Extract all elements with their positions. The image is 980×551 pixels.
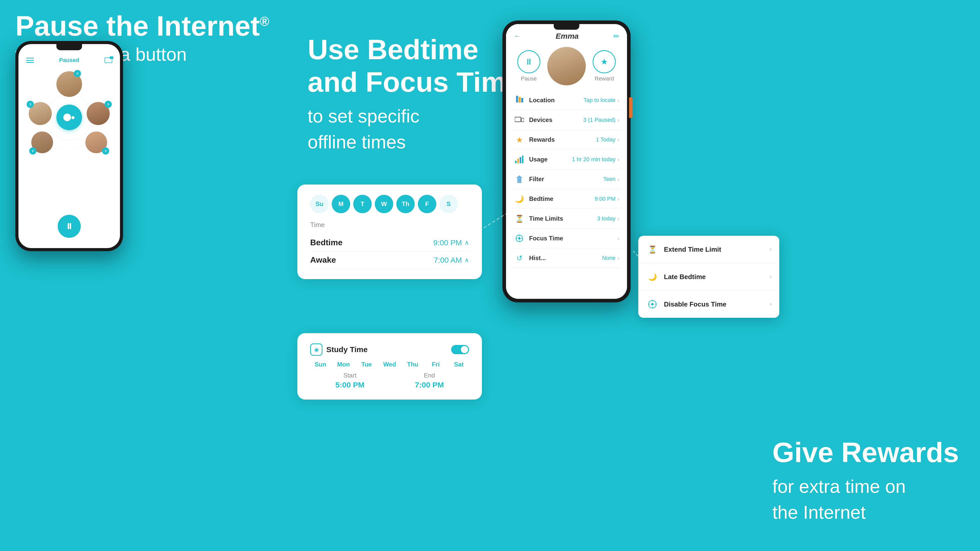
study-start-label: Start: [335, 372, 364, 379]
bottom-pause-button[interactable]: ⏸: [58, 215, 81, 238]
devices-icon: [514, 114, 525, 125]
pause-action-btn[interactable]: ⏸ Pause: [517, 50, 540, 82]
bedtime-item-label: Bedtime: [529, 195, 595, 202]
svg-rect-5: [515, 161, 517, 163]
svg-rect-7: [520, 157, 521, 163]
late-bedtime-label: Late Bedtime: [664, 273, 770, 281]
study-toggle[interactable]: [451, 345, 469, 354]
bedtime-row: Bedtime 9:00 PM ∧: [310, 234, 469, 251]
reward-action-btn[interactable]: ★ Reward: [593, 50, 616, 82]
usage-icon: [514, 154, 525, 165]
phone-right-notch: [554, 24, 579, 30]
popup-item-extend[interactable]: ⏳ Extend Time Limit ›: [638, 236, 779, 263]
study-title-row: Study Time: [310, 343, 368, 356]
awake-row: Awake 7:00 AM ∧: [310, 251, 469, 269]
hourglass-icon: ⏳: [646, 243, 659, 256]
emma-screen: ← Emma ✏ ⏸ Pause: [506, 24, 627, 299]
pause-action-circle: ⏸: [517, 50, 540, 73]
timelimits-icon: ⏳: [514, 213, 525, 224]
study-day-wed: Wed: [379, 361, 400, 368]
time-section-label: Time: [310, 221, 469, 229]
pause-action-label: Pause: [521, 75, 536, 82]
day-btn-m[interactable]: M: [332, 195, 350, 213]
list-item-focustime[interactable]: Focus Time ›: [511, 229, 622, 248]
give-rewards-text: Give Rewards: [772, 437, 959, 468]
focustime-chevron: ›: [617, 235, 619, 241]
middle-subtext: to set specific offline times: [308, 103, 522, 155]
filter-chevron: ›: [617, 176, 619, 182]
middle-sub2: offline times: [308, 132, 406, 152]
chevron-up-bedtime[interactable]: ∧: [465, 239, 469, 246]
study-header: Study Time: [310, 343, 469, 356]
phone-left-notch: [56, 44, 82, 50]
bedtime-chevron: ›: [617, 196, 619, 202]
moon-icon: 🌙: [646, 270, 659, 283]
history-icon: ↺: [514, 252, 525, 264]
popup-item-latebedtime[interactable]: 🌙 Late Bedtime ›: [638, 263, 779, 291]
edit-icon[interactable]: ✏: [613, 32, 619, 40]
study-day-sun: Sun: [310, 361, 331, 368]
svg-point-11: [518, 237, 521, 240]
list-item-rewards[interactable]: ★ Rewards 1 Today ›: [511, 130, 622, 150]
day-btn-th[interactable]: Th: [396, 195, 415, 213]
awake-label: Awake: [310, 255, 336, 265]
study-day-labels: Sun Mon Tue Wed Thu Fri Sat: [310, 361, 469, 368]
devices-value: 3 (1 Paused): [583, 117, 616, 123]
bottom-right-text-block: Give Rewards for extra time on the Inter…: [772, 436, 965, 526]
list-item-bedtime[interactable]: 🌙 Bedtime 9:00 PM ›: [511, 189, 622, 209]
chevron-up-awake[interactable]: ∧: [465, 257, 469, 264]
list-item-history[interactable]: ↺ Hist... None ›: [511, 248, 622, 268]
location-chevron: ›: [617, 97, 619, 103]
screen-icon[interactable]: [105, 57, 112, 63]
timelimits-label: Time Limits: [529, 215, 597, 222]
hero-headline: Pause the Internet®: [15, 10, 269, 41]
list-item-filter[interactable]: Filter Teen ›: [511, 169, 622, 189]
emma-list: Location Tap to locate › Devices 3 (1 Pa…: [506, 91, 627, 268]
awake-value: 7:00 AM ∧: [434, 256, 469, 265]
svg-rect-6: [517, 159, 519, 163]
day-btn-w[interactable]: W: [375, 195, 393, 213]
phone-side-button[interactable]: [629, 97, 633, 118]
study-end-value: 7:00 PM: [415, 381, 444, 389]
emma-avatar: [547, 47, 586, 85]
disablefocus-chevron: ›: [770, 301, 772, 308]
popup-item-disablefocus[interactable]: Disable Focus Time ›: [638, 291, 779, 318]
location-value: Tap to locate: [584, 97, 616, 103]
day-btn-f[interactable]: F: [418, 195, 436, 213]
location-icon: [514, 95, 525, 106]
day-btn-su[interactable]: Su: [310, 195, 329, 213]
day-btn-t[interactable]: T: [353, 195, 372, 213]
rewards-label: Rewards: [529, 136, 596, 143]
back-arrow-icon[interactable]: ←: [514, 32, 521, 40]
study-card: Study Time Sun Mon Tue Wed Thu Fri Sat S…: [298, 333, 482, 400]
svg-line-23: [633, 251, 638, 256]
middle-text-block: Use Bedtime and Focus Time to set specif…: [308, 33, 522, 155]
study-start-value: 5:00 PM: [335, 381, 364, 389]
extend-time-label: Extend Time Limit: [664, 246, 770, 254]
middle-line1: Use Bedtime: [308, 33, 478, 65]
filter-label: Filter: [529, 176, 603, 183]
usage-chevron: ›: [617, 157, 619, 162]
svg-rect-0: [516, 96, 518, 103]
day-btn-s[interactable]: S: [439, 195, 458, 213]
study-day-sat: Sat: [449, 361, 469, 368]
hamburger-menu[interactable]: [26, 58, 34, 63]
bedtime-label: Bedtime: [310, 238, 342, 247]
list-item-devices[interactable]: Devices 3 (1 Paused) ›: [511, 110, 622, 130]
study-day-fri: Fri: [426, 361, 446, 368]
reward-action-circle: ★: [593, 50, 616, 73]
history-chevron: ›: [617, 255, 619, 261]
list-item-location[interactable]: Location Tap to locate ›: [511, 91, 622, 110]
star-icon: ★: [601, 57, 608, 67]
study-day-mon: Mon: [333, 361, 354, 368]
rewards-value: 1 Today: [596, 137, 616, 143]
focustime-label: Focus Time: [529, 235, 616, 242]
rewards-icon: ★: [514, 134, 525, 145]
pause-badge-1: [74, 70, 81, 77]
pause-badge-2: [27, 101, 34, 108]
list-item-timelimits[interactable]: ⏳ Time Limits 3 today ›: [511, 209, 622, 229]
avatar-area: [24, 69, 115, 166]
phone-right: ← Emma ✏ ⏸ Pause: [503, 21, 631, 302]
middle-headline: Use Bedtime and Focus Time: [308, 33, 522, 98]
list-item-usage[interactable]: Usage 1 hr 20 min today ›: [511, 150, 622, 169]
